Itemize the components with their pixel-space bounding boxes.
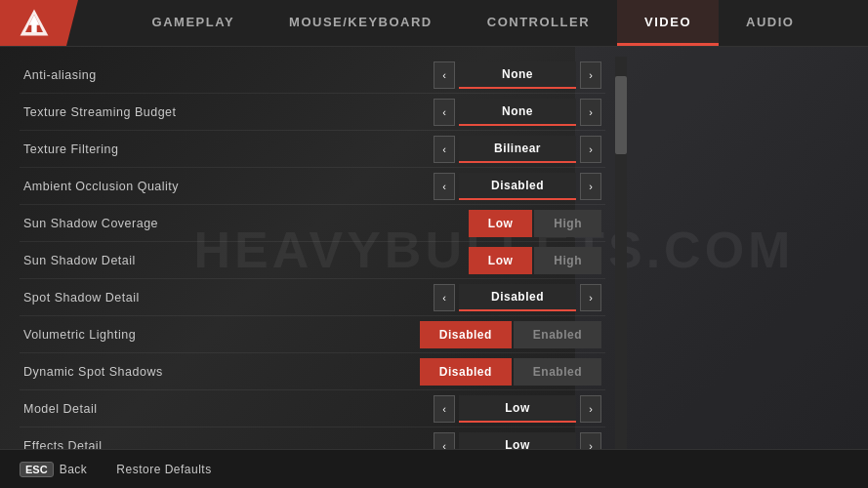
setting-row-model-detail: Model Detail‹Low› <box>20 390 605 427</box>
setting-row-sun-shadow-coverage: Sun Shadow CoverageLowHigh <box>20 205 605 242</box>
toggle-option-sun-shadow-detail-1[interactable]: High <box>534 247 601 274</box>
toggle-option-dynamic-spot-shadows-0[interactable]: Disabled <box>420 358 512 386</box>
arrow-right-model-detail[interactable]: › <box>580 395 601 423</box>
toggle-option-sun-shadow-coverage-0[interactable]: Low <box>469 210 533 237</box>
setting-control-texture-streaming: ‹None› <box>434 99 601 126</box>
tab-video[interactable]: VIDEO <box>617 0 719 46</box>
scrollbar[interactable] <box>615 57 627 449</box>
arrow-right-effects-detail[interactable]: › <box>580 432 601 450</box>
setting-row-texture-filtering: Texture Filtering‹Bilinear› <box>20 131 605 168</box>
setting-control-model-detail: ‹Low› <box>434 395 601 423</box>
arrow-left-ambient-occlusion[interactable]: ‹ <box>434 173 455 200</box>
esc-key: ESC <box>20 462 54 477</box>
toggle-group-dynamic-spot-shadows: DisabledEnabled <box>420 358 601 386</box>
back-action[interactable]: ESC Back <box>20 462 87 477</box>
tab-audio[interactable]: AUDIO <box>719 0 821 46</box>
arrow-right-texture-filtering[interactable]: › <box>580 136 601 163</box>
toggle-option-sun-shadow-coverage-1[interactable]: High <box>534 210 601 237</box>
tab-gameplay[interactable]: GAMEPLAY <box>125 0 262 46</box>
back-label: Back <box>60 463 88 476</box>
toggle-option-volumetric-lighting-0[interactable]: Disabled <box>420 321 512 348</box>
setting-label-texture-streaming: Texture Streaming Budget <box>23 105 434 119</box>
toggle-group-volumetric-lighting: DisabledEnabled <box>420 321 601 348</box>
tab-controller[interactable]: CONTROLLER <box>460 0 617 46</box>
settings-panel: Anti-aliasing‹None›Texture Streaming Bud… <box>20 57 605 449</box>
top-navigation: GAMEPLAYMOUSE/KEYBOARDCONTROLLERVIDEOAUD… <box>0 0 868 47</box>
toggle-group-sun-shadow-coverage: LowHigh <box>469 210 601 237</box>
setting-label-spot-shadow-detail: Spot Shadow Detail <box>23 291 434 305</box>
settings-list: Anti-aliasing‹None›Texture Streaming Bud… <box>20 57 605 449</box>
setting-row-anti-aliasing: Anti-aliasing‹None› <box>20 57 605 94</box>
setting-control-texture-filtering: ‹Bilinear› <box>434 136 601 163</box>
value-anti-aliasing: None <box>459 61 576 89</box>
setting-label-effects-detail: Effects Detail <box>23 439 434 450</box>
arrow-left-anti-aliasing[interactable]: ‹ <box>434 61 455 89</box>
arrow-left-spot-shadow-detail[interactable]: ‹ <box>434 284 455 311</box>
apex-logo-icon <box>17 6 52 41</box>
toggle-group-sun-shadow-detail: LowHigh <box>469 247 601 274</box>
value-texture-streaming: None <box>459 99 576 126</box>
nav-tabs: GAMEPLAYMOUSE/KEYBOARDCONTROLLERVIDEOAUD… <box>78 0 868 46</box>
arrow-right-ambient-occlusion[interactable]: › <box>580 173 601 200</box>
setting-control-sun-shadow-detail: LowHigh <box>469 247 601 274</box>
setting-control-volumetric-lighting: DisabledEnabled <box>420 321 601 348</box>
value-model-detail: Low <box>459 395 576 423</box>
setting-row-sun-shadow-detail: Sun Shadow DetailLowHigh <box>20 242 605 279</box>
setting-label-sun-shadow-coverage: Sun Shadow Coverage <box>23 217 469 230</box>
tab-mouse-keyboard[interactable]: MOUSE/KEYBOARD <box>262 0 460 46</box>
setting-control-effects-detail: ‹Low› <box>434 432 601 450</box>
value-ambient-occlusion: Disabled <box>459 173 576 200</box>
toggle-option-volumetric-lighting-1[interactable]: Enabled <box>514 321 601 348</box>
setting-row-texture-streaming: Texture Streaming Budget‹None› <box>20 94 605 131</box>
setting-label-volumetric-lighting: Volumetric Lighting <box>23 328 420 342</box>
setting-label-texture-filtering: Texture Filtering <box>23 142 434 156</box>
arrow-right-texture-streaming[interactable]: › <box>580 99 601 126</box>
setting-control-spot-shadow-detail: ‹Disabled› <box>434 284 601 311</box>
toggle-option-sun-shadow-detail-0[interactable]: Low <box>469 247 533 274</box>
setting-control-sun-shadow-coverage: LowHigh <box>469 210 601 237</box>
setting-row-spot-shadow-detail: Spot Shadow Detail‹Disabled› <box>20 279 605 316</box>
arrow-right-spot-shadow-detail[interactable]: › <box>580 284 601 311</box>
setting-label-ambient-occlusion: Ambient Occlusion Quality <box>23 180 434 193</box>
toggle-option-dynamic-spot-shadows-1[interactable]: Enabled <box>514 358 601 386</box>
setting-row-volumetric-lighting: Volumetric LightingDisabledEnabled <box>20 316 605 353</box>
setting-control-anti-aliasing: ‹None› <box>434 61 601 89</box>
restore-defaults-action[interactable]: Restore Defaults <box>116 463 211 476</box>
value-texture-filtering: Bilinear <box>459 136 576 163</box>
arrow-left-texture-streaming[interactable]: ‹ <box>434 99 455 126</box>
arrow-left-model-detail[interactable]: ‹ <box>434 395 455 423</box>
main-content: Anti-aliasing‹None›Texture Streaming Bud… <box>0 47 868 449</box>
setting-label-dynamic-spot-shadows: Dynamic Spot Shadows <box>23 365 420 379</box>
value-spot-shadow-detail: Disabled <box>459 284 576 311</box>
setting-control-dynamic-spot-shadows: DisabledEnabled <box>420 358 601 386</box>
logo <box>0 0 78 46</box>
setting-row-ambient-occlusion: Ambient Occlusion Quality‹Disabled› <box>20 168 605 205</box>
bottom-bar: ESC Back Restore Defaults <box>0 449 868 488</box>
arrow-left-effects-detail[interactable]: ‹ <box>434 432 455 450</box>
arrow-left-texture-filtering[interactable]: ‹ <box>434 136 455 163</box>
scrollbar-thumb[interactable] <box>615 76 627 154</box>
setting-row-dynamic-spot-shadows: Dynamic Spot ShadowsDisabledEnabled <box>20 353 605 390</box>
setting-label-model-detail: Model Detail <box>23 402 434 416</box>
restore-defaults-label: Restore Defaults <box>116 463 211 476</box>
setting-label-anti-aliasing: Anti-aliasing <box>23 68 434 82</box>
setting-control-ambient-occlusion: ‹Disabled› <box>434 173 601 200</box>
arrow-right-anti-aliasing[interactable]: › <box>580 61 601 89</box>
value-effects-detail: Low <box>459 432 576 450</box>
setting-row-effects-detail: Effects Detail‹Low› <box>20 427 605 449</box>
setting-label-sun-shadow-detail: Sun Shadow Detail <box>23 254 469 267</box>
